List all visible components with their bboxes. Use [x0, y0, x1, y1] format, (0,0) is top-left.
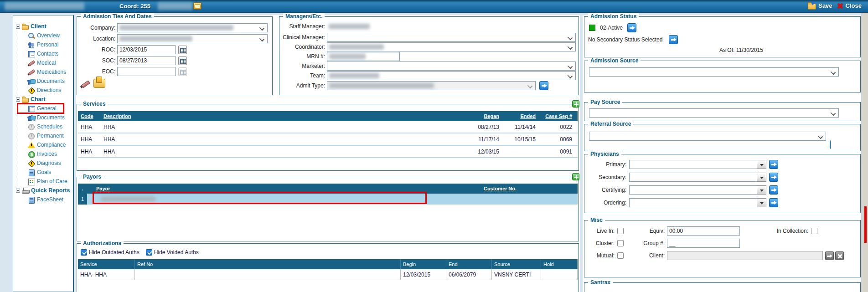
secondary-physician-combobox[interactable]: [629, 173, 766, 182]
add-service-button[interactable]: [572, 100, 579, 108]
secondary-status-go-button[interactable]: [669, 35, 678, 44]
soc-label: SOC:: [79, 57, 115, 64]
certifying-physician-go-button[interactable]: [769, 185, 778, 195]
column-header-hold[interactable]: Hold: [541, 259, 578, 269]
admit-type-go-button[interactable]: [539, 81, 548, 90]
add-payor-button[interactable]: [572, 173, 579, 180]
dropdown-button[interactable]: [757, 185, 766, 195]
dropdown-button[interactable]: [757, 173, 766, 182]
live-in-checkbox[interactable]: [617, 228, 624, 234]
equiv-input[interactable]: 00.00: [667, 226, 740, 236]
mutual-checkbox[interactable]: [617, 252, 624, 259]
soc-date-input[interactable]: 08/27/2013: [117, 56, 176, 65]
column-header-description[interactable]: Description: [101, 113, 463, 119]
primary-status-go-button[interactable]: [627, 23, 636, 32]
sidebar-item-compliance[interactable]: Compliance: [28, 140, 73, 149]
clinical-manager-select[interactable]: [327, 33, 576, 42]
eoc-date-input[interactable]: [117, 67, 176, 76]
in-collection-label: In Collection:: [740, 228, 808, 234]
referral-source-go-button[interactable]: [830, 140, 831, 149]
column-header-end[interactable]: End: [446, 259, 492, 269]
sidebar-item-invoices[interactable]: Invoices: [28, 149, 73, 159]
column-header-begin[interactable]: Begin: [401, 259, 446, 269]
soc-calendar-button[interactable]: [178, 56, 187, 65]
ordering-physician-combobox[interactable]: [629, 198, 766, 207]
sidebar-section-client[interactable]: Client: [16, 22, 73, 31]
collapse-icon[interactable]: [16, 25, 20, 29]
ordering-physician-input[interactable]: [629, 198, 757, 207]
authorization-row[interactable]: HHA- HHA 12/03/2015 06/06/2079 VNSNY CER…: [78, 269, 578, 280]
close-button-label: Close: [846, 2, 862, 9]
group-number-input[interactable]: __: [667, 239, 740, 248]
referral-source-select[interactable]: [589, 132, 826, 141]
column-header-service[interactable]: Service: [78, 259, 135, 269]
ordering-physician-go-button[interactable]: [769, 198, 778, 207]
service-row[interactable]: HHA HHA 12/03/15 0091: [78, 146, 578, 157]
column-header-began[interactable]: Began: [463, 113, 499, 119]
sidebar-item-chart-documents[interactable]: Documents: [28, 113, 73, 122]
collapse-icon[interactable]: [16, 189, 20, 193]
sidebar-item-plan-of-care[interactable]: Plan of Care: [28, 177, 73, 186]
sidebar-item-client-documents[interactable]: Documents: [28, 77, 73, 86]
location-select[interactable]: [117, 34, 268, 43]
column-header-ended[interactable]: Ended: [499, 113, 536, 119]
money-icon[interactable]: [193, 2, 202, 10]
save-button[interactable]: Save: [808, 2, 832, 10]
hide-outdated-auths-checkbox[interactable]: [81, 249, 87, 256]
close-button[interactable]: Close: [837, 2, 862, 9]
column-header-ref-no[interactable]: Ref No: [135, 259, 401, 269]
team-select[interactable]: [327, 71, 576, 80]
secondary-physician-input[interactable]: [629, 173, 757, 182]
mrn-input[interactable]: [327, 52, 400, 61]
sidebar-item-label: Overview: [37, 32, 60, 39]
primary-physician-input[interactable]: [629, 160, 757, 169]
sidebar-item-contacts[interactable]: Contacts: [28, 49, 73, 58]
client-clear-button[interactable]: [835, 251, 844, 260]
coordinator-indicator: Coord: 255: [119, 3, 150, 10]
certifying-physician-combobox[interactable]: [629, 185, 766, 195]
roc-calendar-button[interactable]: [178, 46, 187, 54]
sidebar-item-diagnosis[interactable]: Diagnosis: [28, 159, 73, 168]
client-go-button[interactable]: [825, 251, 834, 260]
column-header-source[interactable]: Source: [492, 259, 541, 269]
service-row[interactable]: HHA HHA 11/17/14 10/15/15 0069: [78, 133, 578, 145]
sidebar-item-overview[interactable]: Overview: [28, 31, 73, 40]
sidebar-item-facesheet[interactable]: FaceSheet: [28, 195, 73, 204]
admission-source-select[interactable]: [589, 67, 839, 77]
primary-physician-combobox[interactable]: [629, 160, 766, 169]
dropdown-button[interactable]: [757, 198, 766, 207]
secondary-physician-go-button[interactable]: [769, 173, 778, 182]
vertical-scrollbar[interactable]: [862, 13, 868, 292]
primary-physician-go-button[interactable]: [769, 160, 778, 169]
marketer-select[interactable]: [327, 61, 576, 71]
dropdown-button[interactable]: [757, 160, 766, 169]
column-header-payor[interactable]: Payor: [87, 186, 423, 191]
sidebar-item-goals[interactable]: Goals: [28, 168, 73, 177]
service-row[interactable]: HHA HHA 08/27/13 11/14/14 0022: [78, 121, 578, 133]
auth-end: 06/06/2079: [446, 269, 492, 280]
edit-pencil-icon[interactable]: [81, 80, 90, 89]
collapse-icon[interactable]: [16, 97, 20, 102]
column-header-customer-no[interactable]: Customer No.: [423, 186, 578, 191]
roc-date-input[interactable]: 12/03/2015: [117, 45, 176, 54]
column-header-index: .: [78, 186, 87, 191]
sidebar-section-chart[interactable]: Chart: [16, 95, 73, 104]
sidebar-item-medical[interactable]: Medical: [28, 58, 73, 67]
column-header-code[interactable]: Code: [78, 113, 101, 119]
company-select[interactable]: [117, 23, 268, 32]
sidebar-item-directions[interactable]: Directions: [28, 86, 73, 95]
hide-voided-auths-checkbox[interactable]: [146, 249, 152, 256]
sidebar-item-medications[interactable]: Medications: [28, 67, 73, 77]
cluster-checkbox[interactable]: [617, 240, 624, 246]
sidebar-section-quick-reports[interactable]: Quick Reports: [16, 186, 73, 195]
pay-source-select[interactable]: [589, 108, 839, 118]
in-collection-checkbox[interactable]: [811, 228, 817, 234]
admit-type-select[interactable]: [327, 81, 536, 90]
coordinator-select[interactable]: [327, 42, 576, 51]
sidebar-item-permanent[interactable]: Permanent: [28, 131, 73, 140]
column-header-case-seq[interactable]: Case Seq #: [536, 113, 578, 119]
certifying-physician-input[interactable]: [629, 185, 757, 195]
section-title: Santrax: [588, 279, 613, 286]
sidebar-item-schedules[interactable]: Schedules: [28, 122, 73, 131]
sidebar-item-personal[interactable]: Personal: [28, 40, 73, 49]
